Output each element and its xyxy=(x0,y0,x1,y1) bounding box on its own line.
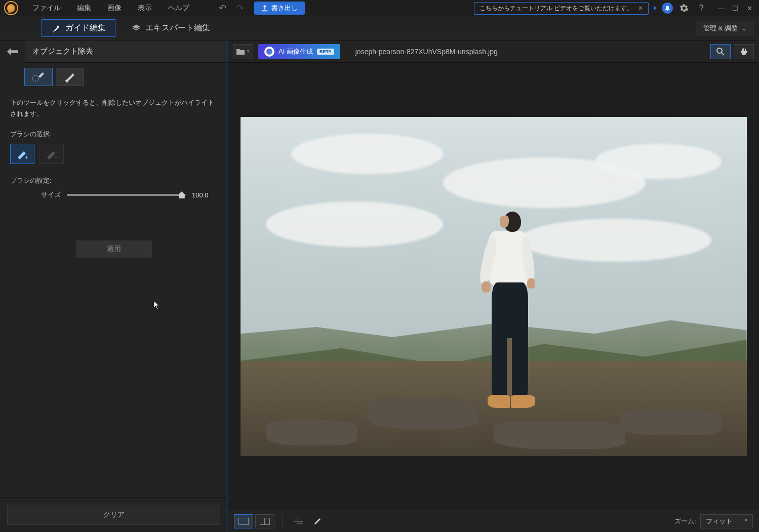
instruction-text: 下のツールをクリックすると、削除したいオブジェクトがハイライトされます。 xyxy=(10,97,217,119)
brush-add-button[interactable]: + xyxy=(10,144,34,164)
pan-tool-button[interactable] xyxy=(734,44,754,59)
chevron-down-icon: ▼ xyxy=(744,518,748,523)
mode-guide-edit[interactable]: ガイド編集 xyxy=(42,19,115,37)
tutorial-close-icon[interactable]: ✕ xyxy=(638,5,643,12)
manage-adjust-button[interactable]: 管理 & 調整 ⌄ xyxy=(696,21,754,36)
clear-button[interactable]: クリア xyxy=(7,505,220,525)
mouse-cursor xyxy=(153,300,161,310)
hand-icon xyxy=(739,47,748,56)
view-single-button[interactable] xyxy=(234,514,253,528)
menu-help[interactable]: ヘルプ xyxy=(161,2,196,15)
brush-select-label: ブラシの選択: xyxy=(10,130,217,139)
mode-expert-edit[interactable]: エキスパート編集 xyxy=(122,19,220,37)
line-brush-icon xyxy=(63,71,77,83)
export-button[interactable]: 書き出し xyxy=(254,2,305,15)
redo-button[interactable]: ↷ xyxy=(233,2,247,15)
svg-point-3 xyxy=(717,48,722,53)
size-slider[interactable] xyxy=(67,194,186,196)
ai-icon xyxy=(264,47,274,57)
open-folder-button[interactable]: ▼ xyxy=(233,44,253,59)
compare-icon[interactable] xyxy=(291,514,305,528)
apply-button[interactable]: 適用 xyxy=(76,240,152,258)
view-split-button[interactable] xyxy=(255,514,274,528)
back-button[interactable] xyxy=(0,40,25,63)
svg-text:−: − xyxy=(54,154,58,160)
menu-image[interactable]: 画像 xyxy=(100,2,129,15)
canvas-image[interactable] xyxy=(241,117,747,456)
person-subject xyxy=(478,212,539,429)
menu-file[interactable]: ファイル xyxy=(25,2,68,15)
mode-expert-label: エキスパート編集 xyxy=(145,23,210,33)
zoom-tool-button[interactable] xyxy=(710,44,731,59)
settings-icon[interactable] xyxy=(678,2,690,14)
menu-edit[interactable]: 編集 xyxy=(70,2,98,15)
zoom-label: ズーム: xyxy=(674,517,696,526)
beta-badge: BETA xyxy=(317,49,334,55)
ai-label: AI 画像生成 xyxy=(278,47,313,56)
chevron-down-icon: ▼ xyxy=(246,49,250,54)
close-button[interactable]: ✕ xyxy=(744,3,755,14)
ai-generate-button[interactable]: AI 画像生成 BETA xyxy=(258,44,340,59)
smart-brush-icon xyxy=(31,71,46,83)
manage-adjust-label: 管理 & 調整 xyxy=(703,24,738,33)
panel-title: オブジェクト除去 xyxy=(25,47,93,56)
size-label: サイズ xyxy=(10,190,61,199)
mode-guide-label: ガイド編集 xyxy=(65,23,106,33)
layers-icon xyxy=(131,23,141,33)
zoom-select[interactable]: フィット ▼ xyxy=(700,514,753,528)
brush-add-icon: + xyxy=(16,147,29,160)
tutorial-arrow-icon xyxy=(654,6,657,11)
menu-view[interactable]: 表示 xyxy=(131,2,159,15)
tool-tab-smart-brush[interactable] xyxy=(24,68,53,86)
minimize-button[interactable]: — xyxy=(715,3,727,14)
zoom-value: フィット xyxy=(706,517,732,525)
brush-settings-label: ブラシの設定: xyxy=(10,176,217,185)
tutorial-banner[interactable]: こちらからチュートリアル ビデオをご覧いただけます。 ✕ xyxy=(474,2,649,15)
brush-subtract-button[interactable]: − xyxy=(39,144,64,164)
help-icon[interactable]: ? xyxy=(695,2,707,14)
upload-icon xyxy=(261,5,268,12)
undo-button[interactable]: ↶ xyxy=(216,2,229,15)
maximize-button[interactable]: ☐ xyxy=(730,3,741,14)
chevron-down-icon: ⌄ xyxy=(742,25,747,32)
tool-tab-line-brush[interactable] xyxy=(56,68,84,86)
brush-subtract-icon: − xyxy=(45,147,58,160)
magnifier-icon xyxy=(716,47,725,56)
wand-icon xyxy=(51,23,61,33)
size-slider-thumb[interactable] xyxy=(179,191,185,198)
app-logo[interactable] xyxy=(4,1,18,15)
svg-text:+: + xyxy=(25,154,28,160)
brush-icon[interactable] xyxy=(310,514,325,528)
size-value: 100.0 xyxy=(192,191,217,199)
tutorial-text: こちらからチュートリアル ビデオをご覧いただけます。 xyxy=(480,4,633,13)
export-label: 書き出し xyxy=(271,4,298,13)
notifications-icon[interactable] xyxy=(662,3,673,14)
svg-point-0 xyxy=(32,75,38,81)
filename-label: joseph-pearson-827XUhVSp8M-unsplash.jpg xyxy=(355,48,498,56)
